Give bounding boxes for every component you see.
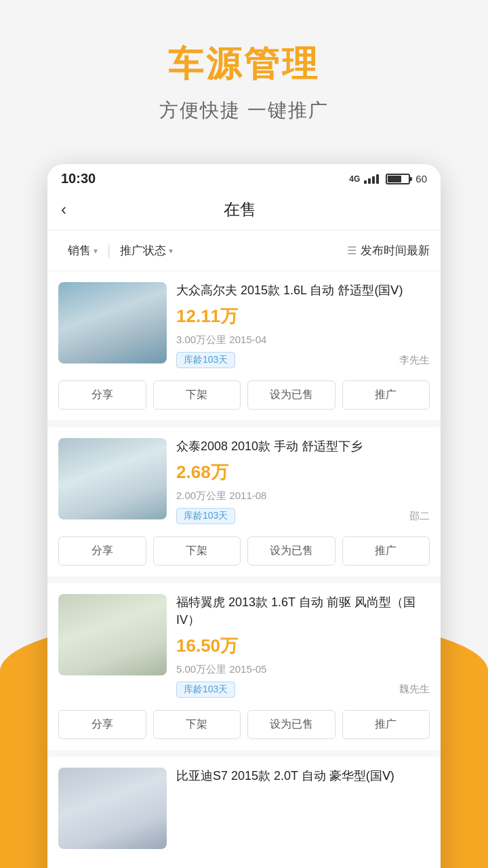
car-actions-3: 分享 下架 设为已售 推广 (58, 707, 430, 739)
battery-level: 60 (415, 173, 427, 184)
car-price-2: 2.68万 (176, 460, 430, 484)
car-age-tag-3: 库龄103天 (176, 682, 235, 698)
promote-button-3[interactable]: 推广 (342, 710, 430, 739)
main-title: 车源管理 (0, 41, 488, 88)
sold-button-2[interactable]: 设为已售 (247, 536, 336, 566)
share-button-2[interactable]: 分享 (58, 536, 146, 566)
car-image-4[interactable] (58, 768, 167, 849)
car-image-2[interactable] (58, 438, 167, 519)
car-meta-1: 3.00万公里 2015-04 (176, 334, 430, 347)
car-actions-1: 分享 下架 设为已售 推广 (58, 378, 430, 410)
car-km-date-3: 5.00万公里 2015-05 (176, 663, 266, 676)
promo-filter-arrow-icon: ▾ (169, 246, 173, 256)
share-button-3[interactable]: 分享 (58, 710, 146, 739)
nav-title: 在售 (73, 199, 407, 220)
car-details-3: 福特翼虎 2013款 1.6T 自动 前驱 风尚型（国IV） 16.50万 5.… (176, 594, 430, 697)
car-item-1: 大众高尔夫 2015款 1.6L 自动 舒适型(国Ⅴ) 12.11万 3.00万… (47, 271, 441, 420)
phone-mockup: 10:30 4G 60 ‹ 在售 销售 (47, 164, 441, 868)
car-age-tag-2: 库龄103天 (176, 508, 235, 524)
sort-label: 发布时间最新 (361, 243, 430, 258)
car-thumbnail-4 (58, 768, 167, 849)
car-thumbnail-3 (58, 594, 167, 675)
background-wrapper: 车源管理 方便快捷 一键推广 10:30 4G 60 (0, 0, 488, 868)
car-details-4: 比亚迪S7 2015款 2.0T 自动 豪华型(国Ⅴ) (176, 768, 430, 849)
share-button-1[interactable]: 分享 (58, 380, 146, 410)
sort-icon: ☰ (347, 244, 357, 257)
status-icons: 4G 60 (349, 173, 427, 184)
promote-button-2[interactable]: 推广 (342, 536, 430, 566)
header-section: 车源管理 方便快捷 一键推广 (0, 0, 488, 144)
remove-button-2[interactable]: 下架 (153, 536, 241, 566)
sub-title: 方便快捷 一键推广 (0, 98, 488, 123)
status-time: 10:30 (61, 171, 96, 186)
promote-button-1[interactable]: 推广 (342, 380, 430, 410)
remove-button-1[interactable]: 下架 (153, 380, 241, 410)
car-item-3: 福特翼虎 2013款 1.6T 自动 前驱 风尚型（国IV） 16.50万 5.… (47, 583, 441, 749)
car-name-1: 大众高尔夫 2015款 1.6L 自动 舒适型(国Ⅴ) (176, 282, 430, 299)
promo-filter-label: 推广状态 (120, 243, 166, 258)
car-km-date-1: 3.00万公里 2015-04 (176, 334, 266, 347)
back-button[interactable]: ‹ (61, 197, 73, 222)
car-km-date-2: 2.00万公里 2011-08 (176, 490, 266, 502)
car-actions-2: 分享 下架 设为已售 推广 (58, 534, 430, 566)
signal-bars-icon (364, 174, 379, 184)
car-thumbnail-1 (58, 282, 167, 363)
status-bar: 10:30 4G 60 (47, 164, 441, 191)
car-info-row-2: 众泰2008 2010款 手动 舒适型下乡 2.68万 2.00万公里 2011… (58, 438, 430, 524)
car-owner-2: 邵二 (409, 510, 430, 523)
sold-button-1[interactable]: 设为已售 (247, 380, 336, 410)
sold-button-3[interactable]: 设为已售 (247, 710, 336, 739)
car-thumbnail-2 (58, 438, 167, 519)
remove-button-3[interactable]: 下架 (153, 710, 241, 739)
car-details-2: 众泰2008 2010款 手动 舒适型下乡 2.68万 2.00万公里 2011… (176, 438, 430, 524)
car-owner-1: 李先生 (399, 354, 430, 367)
car-name-3: 福特翼虎 2013款 1.6T 自动 前驱 风尚型（国IV） (176, 594, 430, 628)
car-price-1: 12.11万 (176, 304, 430, 328)
car-info-row-4: 比亚迪S7 2015款 2.0T 自动 豪华型(国Ⅴ) (58, 768, 430, 849)
car-meta-2: 2.00万公里 2011-08 (176, 490, 430, 502)
car-image-3[interactable] (58, 594, 167, 675)
car-owner-3: 魏先生 (399, 683, 430, 696)
car-details-1: 大众高尔夫 2015款 1.6L 自动 舒适型(国Ⅴ) 12.11万 3.00万… (176, 282, 430, 368)
network-label: 4G (349, 174, 360, 184)
car-list: 大众高尔夫 2015款 1.6L 自动 舒适型(国Ⅴ) 12.11万 3.00万… (47, 271, 441, 868)
car-info-row-1: 大众高尔夫 2015款 1.6L 自动 舒适型(国Ⅴ) 12.11万 3.00万… (58, 282, 430, 368)
car-image-1[interactable] (58, 282, 167, 363)
sales-filter-arrow-icon: ▾ (94, 246, 98, 256)
car-meta-3: 5.00万公里 2015-05 (176, 663, 430, 676)
nav-bar: ‹ 在售 (47, 191, 441, 231)
filter-bar: 销售 ▾ | 推广状态 ▾ ☰ 发布时间最新 (47, 231, 441, 271)
sales-filter-label: 销售 (68, 243, 91, 258)
sort-button[interactable]: ☰ 发布时间最新 (347, 243, 430, 258)
sales-filter-button[interactable]: 销售 ▾ (58, 239, 107, 262)
battery-icon (386, 174, 410, 184)
car-item-2: 众泰2008 2010款 手动 舒适型下乡 2.68万 2.00万公里 2011… (47, 427, 441, 576)
car-info-row-3: 福特翼虎 2013款 1.6T 自动 前驱 风尚型（国IV） 16.50万 5.… (58, 594, 430, 697)
car-name-2: 众泰2008 2010款 手动 舒适型下乡 (176, 438, 430, 455)
car-price-3: 16.50万 (176, 634, 430, 658)
promo-filter-button[interactable]: 推广状态 ▾ (110, 239, 182, 262)
car-item-4: 比亚迪S7 2015款 2.0T 自动 豪华型(国Ⅴ) (47, 757, 441, 868)
car-age-tag-1: 库龄103天 (176, 352, 235, 368)
car-name-4: 比亚迪S7 2015款 2.0T 自动 豪华型(国Ⅴ) (176, 768, 430, 785)
